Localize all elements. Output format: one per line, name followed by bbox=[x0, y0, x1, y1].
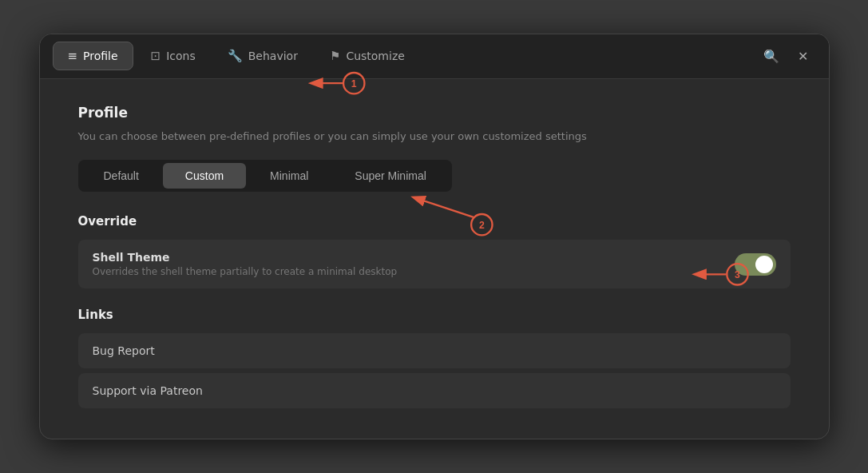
search-button[interactable]: 🔍 bbox=[759, 43, 784, 69]
shell-theme-row: Shell Theme Overrides the shell theme pa… bbox=[78, 240, 791, 288]
override-section: Override Shell Theme Overrides the shell… bbox=[78, 214, 791, 288]
close-icon: ✕ bbox=[798, 49, 808, 64]
link-patreon[interactable]: Support via Patreon bbox=[78, 373, 791, 408]
close-button[interactable]: ✕ bbox=[791, 43, 816, 69]
tab-profile[interactable]: ≡ Profile bbox=[53, 42, 133, 70]
shell-theme-toggle[interactable] bbox=[735, 253, 776, 276]
profile-tab-super-minimal[interactable]: Super Minimal bbox=[332, 163, 448, 189]
search-icon: 🔍 bbox=[763, 49, 779, 64]
tab-profile-label: Profile bbox=[83, 50, 118, 62]
profile-tab-custom[interactable]: Custom bbox=[163, 163, 246, 189]
tab-customize-label: Customize bbox=[346, 50, 405, 62]
customize-icon: ⚑ bbox=[330, 49, 340, 63]
override-section-title: Override bbox=[78, 214, 791, 229]
tab-customize[interactable]: ⚑ Customize bbox=[315, 42, 419, 70]
tab-behavior-label: Behavior bbox=[248, 50, 298, 62]
settings-window: ≡ Profile ⊡ Icons 🔧 Behavior ⚑ Customize… bbox=[39, 34, 830, 440]
tab-icons-label: Icons bbox=[166, 50, 196, 62]
profile-section-desc: You can choose between pre-defined profi… bbox=[78, 129, 791, 145]
link-bug-report[interactable]: Bug Report bbox=[78, 333, 791, 368]
profile-section-title: Profile bbox=[78, 105, 791, 121]
profile-icon: ≡ bbox=[68, 49, 78, 63]
links-section-title: Links bbox=[78, 308, 791, 322]
titlebar-actions: 🔍 ✕ bbox=[759, 43, 816, 69]
behavior-icon: 🔧 bbox=[228, 49, 243, 63]
toggle-slider bbox=[735, 253, 776, 276]
tab-behavior[interactable]: 🔧 Behavior bbox=[213, 42, 312, 70]
links-section: Links Bug Report Support via Patreon bbox=[78, 308, 791, 408]
titlebar: ≡ Profile ⊡ Icons 🔧 Behavior ⚑ Customize… bbox=[40, 34, 829, 79]
profile-tabs: Default Custom Minimal Super Minimal bbox=[78, 160, 452, 192]
icons-icon: ⊡ bbox=[151, 49, 161, 63]
profile-tab-minimal[interactable]: Minimal bbox=[248, 163, 331, 189]
main-content: Profile You can choose between pre-defin… bbox=[40, 79, 829, 439]
profile-tab-default[interactable]: Default bbox=[81, 163, 161, 189]
shell-theme-label: Shell Theme bbox=[93, 251, 398, 264]
profile-section: Profile You can choose between pre-defin… bbox=[78, 105, 791, 193]
shell-theme-desc: Overrides the shell theme partially to c… bbox=[93, 266, 398, 277]
shell-theme-info: Shell Theme Overrides the shell theme pa… bbox=[93, 251, 398, 277]
tab-icons[interactable]: ⊡ Icons bbox=[137, 42, 210, 70]
